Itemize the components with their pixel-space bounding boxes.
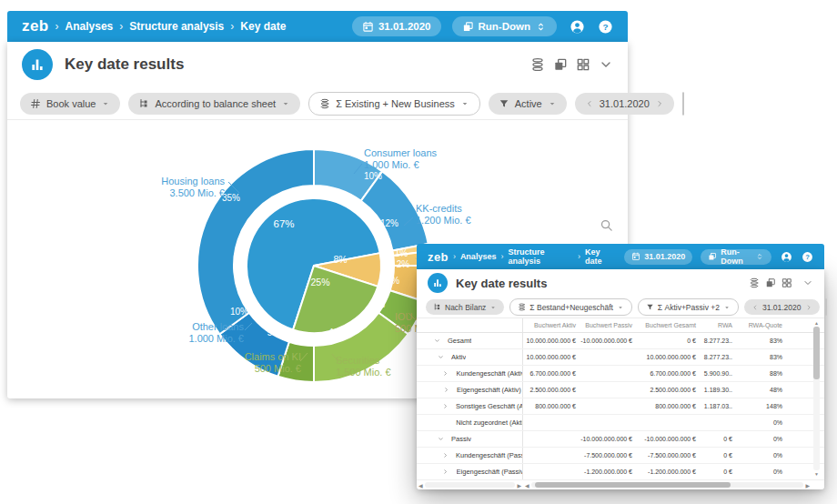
scenario-selector[interactable]: Run-Down: [701, 249, 771, 265]
tree-collapse-icon[interactable]: [433, 338, 440, 344]
scroll-down-icon[interactable]: ▼: [814, 471, 819, 477]
chevron-left-icon[interactable]: [585, 99, 594, 108]
filter-chip-label: Nach Bilanz: [445, 303, 486, 312]
table-row[interactable]: Kundengeschäft (Passiv)-7.500.000.000 €-…: [417, 448, 824, 464]
zoom-magnifier-icon[interactable]: [600, 218, 613, 232]
cell-value: 8.277.23..: [696, 338, 732, 344]
tree-collapse-icon[interactable]: [437, 354, 444, 360]
scroll-up-icon[interactable]: ▲: [814, 320, 819, 326]
table-view-button[interactable]: [683, 93, 684, 115]
scrollbar-thumb[interactable]: [535, 482, 731, 488]
filter-chip-active[interactable]: Active: [489, 93, 567, 115]
hierarchy-icon: [138, 98, 149, 109]
column-header[interactable]: RWA-Quote: [732, 322, 782, 328]
date-picker-value: 31.01.2020: [378, 21, 431, 32]
filter-chip-according-to-balance-sheet[interactable]: According to balance sheet: [128, 93, 300, 115]
scenario-selector[interactable]: Run-Down: [452, 16, 557, 36]
row-name: Eigengeschäft (Passiv): [457, 468, 522, 476]
date-filter-chip[interactable]: 31.01.2020: [575, 93, 674, 115]
filter-chip-label: Active: [515, 98, 542, 109]
tree-collapse-icon[interactable]: [437, 436, 444, 442]
date-picker-button[interactable]: 31.01.2020: [352, 16, 441, 36]
tree-expand-icon[interactable]: [442, 452, 449, 459]
view-toggle: [825, 298, 827, 316]
tree-expand-icon[interactable]: [442, 469, 449, 475]
grid-squares-icon[interactable]: [782, 277, 792, 288]
segment-percent-label: 5%: [372, 299, 386, 309]
breadcrumb-item[interactable]: Key date: [585, 247, 616, 266]
row-name: Gesamt: [448, 337, 471, 345]
date-filter-chip[interactable]: 31.01.2020: [744, 299, 820, 315]
column-header[interactable]: Buchwert Gesamt: [632, 322, 696, 328]
breadcrumb: ›Analyses›Structure analysis›Key date: [449, 247, 616, 266]
help-icon[interactable]: ?: [598, 19, 613, 35]
filter-chip-nach-bilanz[interactable]: Nach Bilanz: [426, 299, 504, 315]
table-view-button[interactable]: [826, 299, 827, 315]
date-picker-button[interactable]: 31.01.2020: [624, 249, 692, 265]
column-header[interactable]: Buchwert Passiv: [576, 322, 632, 328]
user-account-icon[interactable]: [570, 19, 585, 35]
name-column-scrollbar[interactable]: ◀ ▶: [417, 480, 523, 489]
scroll-left-icon[interactable]: ◀: [523, 482, 531, 489]
horizontal-scrollbars: ◀ ▶ ◀ ▶: [417, 480, 824, 489]
cell-value: 0 €: [696, 436, 732, 442]
filter-chip-bestand-neugesch-ft[interactable]: Σ Bestand+Neugeschäft: [509, 298, 632, 316]
help-icon[interactable]: ?: [802, 251, 813, 263]
scroll-right-icon[interactable]: ▶: [515, 482, 523, 489]
breadcrumb-item[interactable]: Analyses: [460, 252, 497, 261]
filter-chip-existing-new-business[interactable]: Σ Existing + New Business: [308, 92, 480, 116]
column-header[interactable]: RWA: [696, 322, 732, 328]
database-icon[interactable]: [530, 57, 545, 72]
collapse-chevron-icon[interactable]: [599, 57, 613, 72]
database-icon[interactable]: [749, 277, 760, 288]
table-row[interactable]: Gesamt10.000.000.000 €-10.000.000.000 €0…: [417, 333, 824, 349]
filter-chip-aktiv-passiv-2[interactable]: Σ Aktiv+Passiv +2: [638, 298, 739, 316]
cell-value: -10.000.000.000 €: [576, 338, 632, 344]
segment-percent-label: 2%: [397, 259, 410, 269]
tree-expand-icon[interactable]: [442, 370, 449, 377]
zeb-logo: zeb: [22, 17, 49, 35]
cell-value: 0 €: [632, 338, 696, 344]
cell-value: 83%: [732, 338, 782, 344]
chevron-left-icon[interactable]: [751, 304, 759, 311]
bar-chart-icon: [29, 56, 45, 73]
segment-label: Consumer loans1.000 Mio. €: [364, 147, 438, 170]
chevron-right-icon[interactable]: [655, 99, 664, 108]
breadcrumb-item[interactable]: Structure analysis: [508, 247, 573, 266]
user-account-icon[interactable]: [781, 251, 792, 263]
collapse-chevron-icon[interactable]: [802, 277, 813, 288]
table-row[interactable]: Eigengeschäft (Aktiv)2.500.000.000 €2.50…: [417, 382, 824, 398]
breadcrumb-item[interactable]: Structure analysis: [129, 20, 224, 33]
breadcrumb-item[interactable]: Key date: [240, 20, 286, 33]
table-row[interactable]: Kundengeschäft (Aktiv)6.700.000.000 €6.7…: [417, 366, 824, 382]
cell-value: 1.187.03..: [696, 403, 732, 409]
segment-label: Housing loans3.500 Mio. €: [161, 176, 225, 198]
tree-expand-icon[interactable]: [442, 387, 449, 393]
scrollbar-thumb[interactable]: [813, 327, 820, 379]
breadcrumb-item[interactable]: Analyses: [66, 20, 114, 33]
copy-layers-icon[interactable]: [765, 277, 776, 288]
filter-chip-label: According to balance sheet: [155, 98, 276, 109]
chevron-right-icon[interactable]: [805, 304, 812, 311]
table-row[interactable]: Aktiv10.000.000.000 €10.000.000.000 €8.2…: [417, 349, 824, 366]
grid-squares-icon[interactable]: [576, 57, 590, 72]
cell-value: 1.189.30..: [696, 387, 732, 393]
data-columns-scrollbar[interactable]: ◀ ▶: [523, 480, 812, 489]
segment-percent-label: 8%: [333, 254, 347, 265]
tree-expand-icon[interactable]: [442, 403, 449, 409]
table-row[interactable]: Sonstiges Geschäft (Aktiv)800.000.000 €8…: [417, 398, 824, 415]
column-header[interactable]: Buchwert Aktiv: [523, 322, 576, 328]
copy-layers-icon[interactable]: [553, 57, 568, 72]
segment-percent-label: 25%: [310, 277, 329, 287]
table-row[interactable]: Nicht zugeordnet (Aktiv)0%: [417, 415, 824, 431]
filter-chip-book-value[interactable]: Book value: [20, 93, 120, 115]
table-row[interactable]: Passiv-10.000.000.000 €-10.000.000.000 €…: [417, 431, 824, 448]
segment-percent-label: 12%: [380, 218, 398, 228]
scroll-left-icon[interactable]: ◀: [417, 482, 425, 489]
cell-value: 0%: [732, 419, 782, 426]
segment-label: Other loans1.000 Mio. €: [188, 321, 244, 344]
scroll-right-icon[interactable]: ▶: [803, 482, 812, 489]
table-row[interactable]: Eigengeschäft (Passiv)-1.200.000.000 €-1…: [417, 464, 824, 480]
date-filter-value: 31.01.2020: [600, 98, 650, 109]
vertical-scrollbar[interactable]: ▲ ▼: [813, 320, 820, 477]
